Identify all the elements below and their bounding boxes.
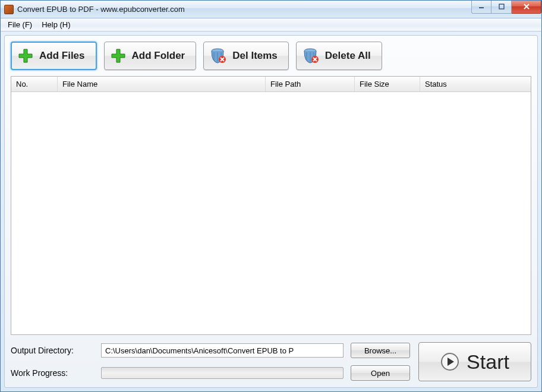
plus-icon bbox=[111, 48, 126, 64]
column-filename[interactable]: File Name bbox=[58, 77, 266, 91]
add-files-label: Add Files bbox=[39, 50, 85, 62]
bottom-left: Output Directory: Browse... Work Progres… bbox=[11, 342, 410, 381]
app-icon bbox=[4, 5, 14, 14]
titlebar[interactable]: Convert EPUB to PDF - www.epubconverter.… bbox=[1, 1, 541, 18]
svg-rect-0 bbox=[479, 7, 484, 8]
del-items-button[interactable]: Del Items bbox=[203, 42, 289, 70]
window-title: Convert EPUB to PDF - www.epubconverter.… bbox=[17, 5, 471, 14]
window-controls bbox=[471, 1, 541, 14]
column-status[interactable]: Status bbox=[420, 77, 531, 91]
close-button[interactable] bbox=[512, 1, 541, 14]
menubar: File (F) Help (H) bbox=[1, 18, 541, 31]
file-list-header: No. File Name File Path File Size Status bbox=[11, 77, 531, 92]
column-filepath[interactable]: File Path bbox=[266, 77, 355, 91]
plus-icon bbox=[18, 48, 33, 64]
column-no[interactable]: No. bbox=[11, 77, 58, 91]
trash-x-icon bbox=[302, 48, 319, 64]
add-files-button[interactable]: Add Files bbox=[11, 42, 97, 70]
progress-label: Work Progress: bbox=[11, 368, 94, 378]
svg-rect-1 bbox=[499, 4, 504, 9]
start-label: Start bbox=[467, 350, 509, 374]
file-list: No. File Name File Path File Size Status bbox=[11, 76, 531, 335]
start-button[interactable]: Start bbox=[418, 342, 531, 381]
output-dir-input[interactable] bbox=[101, 343, 344, 358]
progress-bar bbox=[101, 367, 344, 379]
output-dir-label: Output Directory: bbox=[11, 346, 94, 355]
menu-file[interactable]: File (F) bbox=[3, 19, 37, 30]
app-window: Convert EPUB to PDF - www.epubconverter.… bbox=[0, 0, 542, 392]
del-items-label: Del Items bbox=[232, 50, 278, 62]
trash-x-icon bbox=[210, 48, 226, 64]
toolbar: Add Files Add Folder D bbox=[11, 42, 531, 70]
bottom-panel: Output Directory: Browse... Work Progres… bbox=[11, 342, 531, 381]
content-panel: Add Files Add Folder D bbox=[4, 35, 538, 388]
add-folder-label: Add Folder bbox=[132, 50, 185, 62]
browse-button[interactable]: Browse... bbox=[351, 343, 410, 358]
maximize-button[interactable] bbox=[491, 1, 512, 14]
minimize-button[interactable] bbox=[471, 1, 491, 14]
file-list-body[interactable] bbox=[11, 92, 531, 334]
add-folder-button[interactable]: Add Folder bbox=[104, 42, 197, 70]
delete-all-button[interactable]: Delete All bbox=[296, 42, 382, 70]
column-filesize[interactable]: File Size bbox=[355, 77, 420, 91]
open-button[interactable]: Open bbox=[351, 365, 410, 381]
delete-all-label: Delete All bbox=[325, 50, 371, 62]
menu-help[interactable]: Help (H) bbox=[37, 19, 75, 30]
play-icon bbox=[440, 352, 459, 371]
